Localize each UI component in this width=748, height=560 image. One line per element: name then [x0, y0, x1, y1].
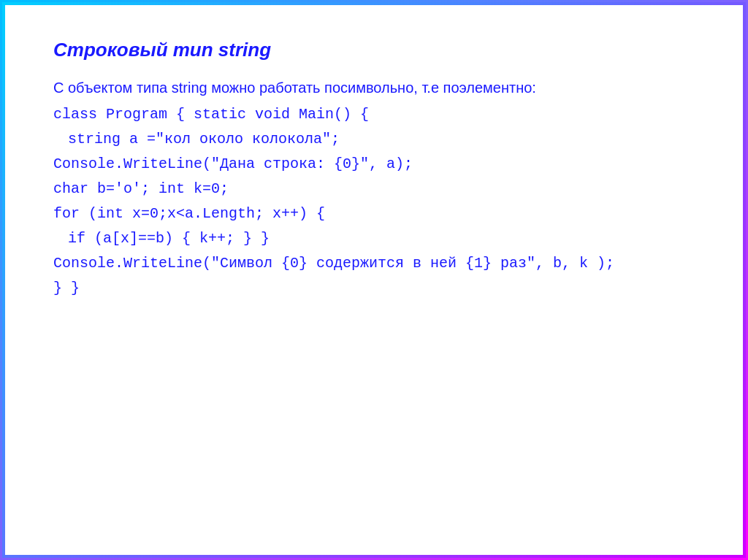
code-line-5: for (int x=0;x<a.Length; x++) {: [53, 202, 695, 226]
code-line-8: } }: [53, 276, 695, 301]
code-line-3: Console.WriteLine("Дана строка: {0}", a)…: [53, 152, 695, 177]
code-block: class Program { static void Main() { str…: [53, 102, 695, 301]
code-line-4: char b='o'; int k=0;: [53, 177, 695, 202]
code-line-1: class Program { static void Main() {: [53, 102, 695, 127]
code-line-7: Console.WriteLine("Символ {0} содержится…: [53, 251, 695, 276]
slide-content: Строковый тип string С объектом типа str…: [31, 24, 717, 315]
code-line-6: if (a[x]==b) { k++; } }: [53, 226, 695, 251]
slide-container: Строковый тип string С объектом типа str…: [0, 0, 748, 560]
slide-title: Строковый тип string: [53, 39, 695, 61]
intro-text: С объектом типа string можно работать по…: [53, 76, 695, 99]
code-line-2: string a ="кол около колокола";: [53, 127, 695, 152]
